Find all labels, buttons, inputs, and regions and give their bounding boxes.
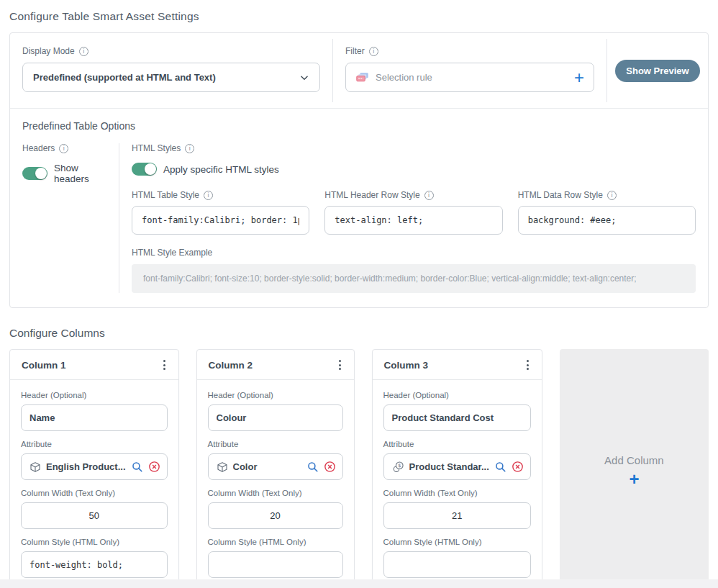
attribute-picker[interactable]: $ Product Standar... (383, 453, 531, 480)
remove-attribute-icon[interactable] (324, 461, 336, 473)
header-optional-label: Header (Optional) (21, 391, 168, 399)
info-icon[interactable]: i (185, 144, 194, 153)
html-header-row-style-input[interactable] (324, 206, 502, 235)
column-width-label: Column Width (Text Only) (208, 489, 343, 497)
page-footer-strip (0, 579, 718, 588)
add-column-button[interactable]: Add Column + (560, 349, 709, 588)
filter-selection-rule-box[interactable]: Selection rule + (345, 63, 594, 92)
display-mode-value: Predefined (supported at HTML and Text) (33, 72, 299, 83)
attribute-value: Color (233, 461, 301, 472)
column-width-input[interactable] (21, 502, 168, 529)
page-title: Configure Table Smart Asset Settings (9, 10, 709, 23)
column-width-label: Column Width (Text Only) (383, 489, 531, 497)
show-headers-toggle[interactable] (22, 167, 47, 180)
attribute-label: Attribute (208, 440, 343, 448)
html-table-style-input[interactable] (132, 206, 309, 235)
column-style-input[interactable] (208, 551, 343, 578)
html-table-style-label-row: HTML Table Style i (132, 190, 309, 200)
column-style-label: Column Style (HTML Only) (383, 538, 531, 546)
html-styles-label: HTML Styles (132, 143, 181, 153)
show-preview-button[interactable]: Show Preview (615, 60, 699, 82)
attribute-label: Attribute (383, 440, 531, 448)
apply-html-styles-toggle-label: Apply specific HTML styles (163, 164, 279, 175)
attribute-picker[interactable]: English Product... (21, 453, 168, 480)
column-width-input[interactable] (208, 502, 343, 529)
add-filter-icon[interactable]: + (574, 71, 584, 85)
filter-label-row: Filter i (345, 46, 594, 56)
info-icon[interactable]: i (204, 191, 213, 200)
html-style-example-label: HTML Style Example (132, 248, 696, 258)
kebab-menu-icon[interactable] (336, 358, 344, 371)
kebab-menu-icon[interactable] (524, 358, 532, 371)
column-style-label: Column Style (HTML Only) (208, 538, 343, 546)
apply-html-styles-toggle-row: Apply specific HTML styles (132, 163, 696, 176)
info-icon[interactable]: i (607, 191, 617, 200)
headers-label-row: Headers i (22, 143, 112, 153)
column-card-title: Column 2 (209, 360, 253, 371)
add-column-label: Add Column (604, 454, 664, 466)
column-width-label: Column Width (Text Only) (21, 489, 168, 497)
column-style-input[interactable] (21, 551, 168, 578)
column-card-title: Column 3 (384, 360, 429, 371)
header-optional-label: Header (Optional) (383, 391, 531, 399)
column-style-input[interactable] (383, 551, 531, 578)
info-icon[interactable]: i (369, 47, 378, 56)
info-icon[interactable]: i (59, 144, 68, 153)
search-icon[interactable] (494, 461, 506, 473)
html-styles-label-row: HTML Styles i (132, 143, 696, 153)
selection-rule-icon (355, 72, 369, 83)
column-card-title: Column 1 (22, 360, 66, 371)
filter-placeholder: Selection rule (376, 72, 568, 83)
search-icon[interactable] (131, 461, 143, 473)
html-table-style-label: HTML Table Style (132, 190, 199, 200)
display-mode-label-row: Display Mode i (22, 46, 320, 56)
display-mode-label: Display Mode (22, 46, 75, 56)
attribute-label: Attribute (21, 440, 168, 448)
column-card-3: Column 3 Header (Optional) Attribute $ P… (372, 349, 542, 588)
remove-attribute-icon[interactable] (148, 461, 160, 473)
kebab-menu-icon[interactable] (160, 358, 168, 371)
cube-icon (29, 461, 41, 473)
column-card-1: Column 1 Header (Optional) Attribute Eng… (9, 349, 179, 588)
html-header-row-style-label-row: HTML Header Row Style i (324, 190, 502, 200)
remove-attribute-icon[interactable] (512, 461, 524, 473)
cube-icon (217, 461, 228, 473)
attribute-value: Product Standar... (409, 461, 489, 472)
attribute-picker[interactable]: Color (208, 453, 343, 480)
column-card-2: Column 2 Header (Optional) Attribute Col… (196, 349, 355, 588)
show-headers-toggle-label: Show headers (54, 163, 112, 184)
html-data-row-style-input[interactable] (518, 206, 696, 235)
add-column-plus-icon: + (629, 472, 639, 487)
html-style-example-text: font-family:Calibri; font-size:10; borde… (132, 264, 696, 293)
headers-label: Headers (22, 143, 55, 153)
info-icon[interactable]: i (79, 47, 88, 56)
attribute-value: English Product... (46, 461, 126, 472)
show-headers-toggle-row: Show headers (22, 163, 112, 184)
header-input[interactable] (21, 404, 168, 431)
html-header-row-style-label: HTML Header Row Style (324, 190, 419, 200)
column-style-label: Column Style (HTML Only) (21, 538, 168, 546)
apply-html-styles-toggle[interactable] (132, 163, 157, 176)
svg-text:$: $ (398, 463, 401, 469)
info-icon[interactable]: i (424, 191, 434, 200)
chevron-down-icon (299, 73, 309, 83)
header-input[interactable] (383, 404, 531, 431)
configure-columns-title: Configure Columns (9, 327, 709, 340)
header-optional-label: Header (Optional) (208, 391, 343, 399)
html-data-row-style-label-row: HTML Data Row Style i (518, 190, 696, 200)
display-mode-select[interactable]: Predefined (supported at HTML and Text) (22, 63, 320, 92)
header-input[interactable] (208, 404, 343, 431)
html-data-row-style-label: HTML Data Row Style (518, 190, 603, 200)
search-icon[interactable] (306, 461, 319, 473)
settings-panel: Display Mode i Predefined (supported at … (9, 32, 709, 308)
filter-label: Filter (345, 46, 365, 56)
predefined-options-title: Predefined Table Options (22, 120, 696, 132)
column-width-input[interactable] (383, 502, 531, 529)
coins-icon: $ (392, 461, 404, 473)
